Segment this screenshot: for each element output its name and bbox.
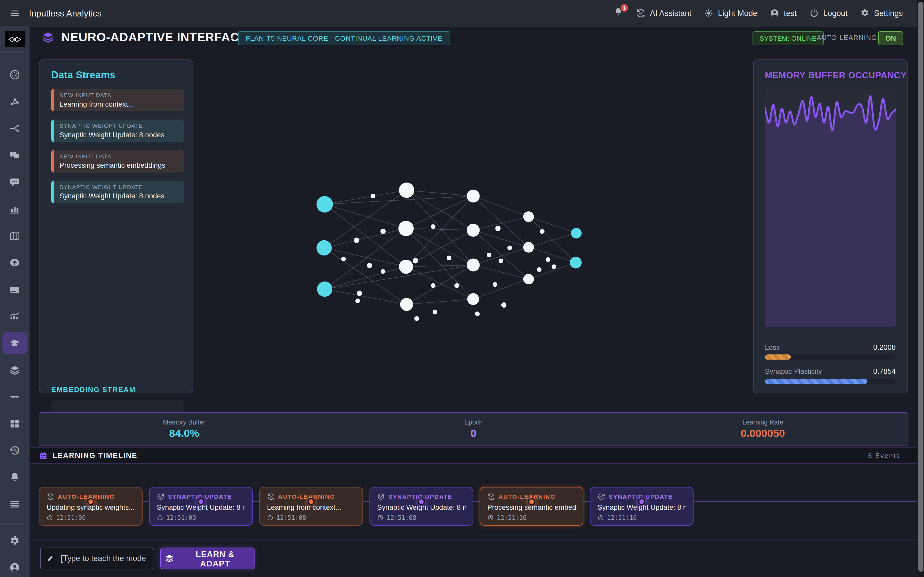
plasticity-bar-track — [765, 379, 896, 384]
clock-icon — [267, 514, 273, 521]
notifications-button[interactable]: 1 — [613, 7, 624, 19]
user-icon — [770, 8, 780, 18]
data-streams-title: Data Streams — [51, 69, 115, 81]
stream-item-label: SYNAPTIC WEIGHT UPDATE — [60, 184, 178, 190]
stat-memory-buffer: Memory Buffer84.0% — [39, 413, 329, 445]
bar-chart-icon — [9, 203, 21, 215]
event-time: 12:51:08 — [386, 514, 416, 521]
event-time: 12:51:00 — [166, 514, 196, 521]
timeline-node-dot — [418, 498, 425, 505]
stream-item-input: NEW INPUT DATALearning from context... — [51, 89, 184, 111]
timeline-node-dot — [638, 498, 645, 505]
topbar-item-logout[interactable]: Logout — [809, 8, 847, 18]
learn-adapt-button[interactable]: LEARN & ADAPT — [160, 548, 255, 569]
sidebar-item-alerts[interactable] — [2, 466, 27, 488]
sidebar-item-pipeline[interactable] — [2, 386, 27, 408]
timeline-event-card[interactable]: SYNAPTIC UPDATESynaptic Weight Update: 8… — [590, 487, 693, 526]
stat-label: Epoch — [464, 419, 483, 425]
timeline-node-dot — [528, 498, 535, 505]
sidebar-item-analytics[interactable] — [2, 198, 27, 220]
topbar-item-light-mode[interactable]: Light Mode — [704, 8, 758, 18]
timeline-event-card[interactable]: SYNAPTIC UPDATESynaptic Weight Update: 8… — [370, 487, 473, 526]
topbar-item-label: Settings — [874, 8, 903, 17]
topbar-item-test[interactable]: test — [770, 8, 797, 18]
sidebar-item-trends[interactable] — [2, 305, 27, 328]
check-refresh-icon — [377, 493, 385, 501]
clock-icon — [598, 514, 604, 521]
stream-item-label: NEW INPUT DATA — [60, 153, 178, 160]
sidebar-item-layers[interactable] — [2, 359, 27, 381]
topbar-item-settings[interactable]: Settings — [860, 8, 903, 18]
sidebar-item-neuro-adaptive[interactable] — [2, 332, 27, 355]
plasticity-label: Synaptic Plasticity — [765, 367, 822, 376]
hamburger-menu-icon[interactable] — [10, 8, 20, 18]
auto-learning-toggle[interactable]: ON — [878, 31, 903, 45]
teach-input-wrapper — [40, 548, 153, 569]
stream-item-label: SYNAPTIC WEIGHT UPDATE — [60, 122, 178, 129]
timeline-event-card[interactable]: AUTO-LEARNINGLearning from context...12:… — [259, 487, 363, 526]
timeline-event-card[interactable]: AUTO-LEARNINGUpdating synaptic weights..… — [39, 487, 142, 526]
event-type-label: AUTO-LEARNING — [499, 493, 556, 500]
event-type-label: AUTO-LEARNING — [58, 493, 115, 500]
timeline-title: LEARNING TIMELINE — [52, 451, 137, 460]
timeline-event-card[interactable]: AUTO-LEARNINGProcessing semantic embeddi… — [480, 487, 583, 526]
sidebar-item-connections[interactable] — [2, 90, 27, 113]
teach-input[interactable] — [60, 554, 147, 564]
stat-value: 0 — [470, 427, 477, 440]
gear-icon — [860, 8, 870, 18]
sidebar-item-data-flow[interactable] — [2, 117, 27, 140]
app-logo[interactable] — [5, 31, 25, 47]
menu-lines-icon — [9, 498, 21, 510]
stat-epoch: Epoch0 — [329, 413, 618, 445]
stream-item-text: Synaptic Weight Update: 8 nodes — [60, 131, 178, 139]
calendar-icon — [39, 451, 48, 460]
page-title: NEURO-ADAPTIVE INTERFACE — [61, 30, 247, 44]
trending-up-icon — [9, 310, 21, 322]
memory-buffer-panel: MEMORY BUFFER OCCUPANCY Loss 0.2008 Syna… — [753, 60, 908, 393]
user-icon — [9, 562, 21, 574]
stream-item-input: NEW INPUT DATAProcessing semantic embedd… — [51, 150, 184, 172]
embedding-stream-title: EMBEDDING STREAM — [51, 385, 136, 394]
refresh-icon — [636, 8, 646, 18]
refresh-icon — [487, 493, 495, 501]
graduation-cap-icon — [9, 337, 21, 349]
sidebar-item-conversations[interactable] — [2, 144, 27, 167]
stats-row: Memory Buffer84.0%Epoch0Learning Rate0.0… — [39, 412, 908, 446]
notification-badge: 1 — [620, 3, 628, 12]
sidebar-item-logs[interactable] — [2, 493, 27, 516]
stat-value: 0.000050 — [741, 427, 785, 440]
sidebar — [0, 27, 29, 577]
refresh-icon — [47, 493, 54, 501]
scrollbar-thumb[interactable] — [918, 2, 923, 572]
data-streams-panel: Data Streams EMBEDDING STREAM NEW INPUT … — [39, 60, 193, 393]
auto-learning-label: AUTO-LEARNING: — [817, 34, 879, 41]
sidebar-item-apps[interactable] — [2, 413, 27, 435]
neural-network-visualization — [292, 169, 624, 337]
sidebar-item-messages[interactable] — [2, 171, 27, 193]
gauge-icon — [9, 69, 21, 81]
credit-card-icon — [9, 284, 21, 295]
history-icon — [9, 445, 21, 457]
stream-item-text: Processing semantic embeddings — [60, 161, 178, 169]
event-type-label: AUTO-LEARNING — [278, 493, 335, 500]
sidebar-item-history[interactable] — [2, 440, 27, 462]
page-scrollbar — [917, 0, 924, 577]
stat-label: Learning Rate — [743, 419, 783, 425]
sidebar-item-dashboard[interactable] — [2, 64, 27, 86]
model-status-badge: FLAN-T5 NEURAL CORE - CONTINUAL LEARNING… — [238, 31, 450, 45]
check-refresh-icon — [598, 493, 605, 501]
stat-label: Memory Buffer — [163, 419, 205, 425]
page-layers-icon — [41, 31, 55, 44]
sidebar-footer-settings[interactable] — [2, 530, 27, 552]
topbar-item-ai-assistant[interactable]: AI Assistant — [636, 8, 691, 18]
sidebar-item-map[interactable] — [2, 225, 27, 247]
flow-arrow-icon — [9, 391, 21, 403]
sidebar-item-upload[interactable] — [2, 251, 27, 274]
split-arrows-icon — [9, 122, 21, 134]
plasticity-value: 0.7854 — [873, 367, 896, 376]
sidebar-footer-profile[interactable] — [2, 556, 27, 577]
timeline-event-card[interactable]: SYNAPTIC UPDATESynaptic Weight Update: 8… — [149, 487, 253, 526]
upload-icon — [9, 257, 21, 269]
sidebar-item-billing[interactable] — [2, 279, 27, 301]
timeline-node-dot — [87, 498, 94, 505]
